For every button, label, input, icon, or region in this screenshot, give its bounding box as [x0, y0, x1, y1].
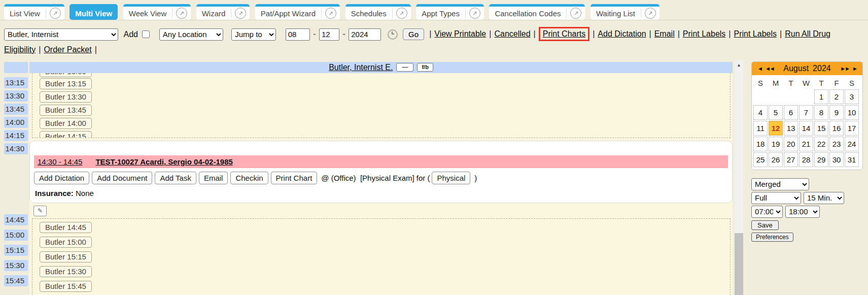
date-day-input[interactable]: [319, 28, 339, 41]
toolbar-link[interactable]: Email: [654, 29, 675, 38]
interval-select[interactable]: 15 Min.: [804, 192, 844, 204]
open-new-window-button[interactable]: ↗: [641, 8, 659, 19]
calendar-date[interactable]: 3: [845, 89, 859, 104]
jump-to-select[interactable]: Jump to: [231, 28, 276, 41]
calendar-next-icon[interactable]: ►: [852, 65, 857, 72]
view-tab[interactable]: Multi View ↗: [70, 4, 118, 20]
slot-button[interactable]: Butler 15:30: [40, 266, 92, 277]
calendar-date[interactable]: 9: [829, 105, 844, 120]
calendar-date[interactable]: 20: [784, 137, 798, 151]
calendar-date[interactable]: 25: [753, 152, 768, 167]
edit-slot-button[interactable]: ✎: [33, 206, 47, 216]
go-button[interactable]: Go: [403, 28, 424, 40]
view-mode-select[interactable]: Merged: [751, 178, 809, 190]
view-tab[interactable]: Pat/Appt Wizard ↗: [255, 4, 340, 20]
view-tab[interactable]: Appt Types ↗: [416, 4, 484, 20]
calendar-date[interactable]: 4: [753, 105, 768, 120]
scroll-up-button[interactable]: ▲: [735, 60, 743, 70]
save-button[interactable]: Save: [751, 220, 779, 230]
add-checkbox[interactable]: [142, 30, 150, 38]
preferences-button[interactable]: Preferences: [751, 233, 793, 242]
appointment-time-link[interactable]: 14:30 - 14:45: [38, 157, 82, 166]
size-select[interactable]: Full: [751, 192, 801, 204]
view-tab[interactable]: Waiting List ↗: [591, 4, 659, 20]
slot-button[interactable]: Butler 13:15: [40, 78, 92, 89]
view-tab[interactable]: Schedules ↗: [345, 4, 411, 20]
toolbar-link[interactable]: Order Packet: [44, 45, 91, 54]
calendar-date[interactable]: 27: [784, 152, 798, 167]
calendar-prev-icon[interactable]: ◄: [757, 65, 762, 72]
calendar-date[interactable]: 30: [829, 152, 844, 167]
open-new-window-button[interactable]: ↗: [567, 8, 585, 19]
toolbar-link[interactable]: Print Labels: [683, 29, 726, 38]
calendar-date[interactable]: [753, 89, 768, 104]
calendar-date[interactable]: 16: [829, 121, 844, 136]
calendar-date[interactable]: 13: [784, 121, 798, 136]
view-tab[interactable]: Week View ↗: [123, 4, 191, 20]
appointment-action-button[interactable]: Add Task: [155, 172, 196, 184]
slot-button[interactable]: Butler 14:15: [40, 131, 92, 138]
start-time-select[interactable]: 07:00: [751, 206, 783, 218]
collapse-button[interactable]: —: [396, 63, 413, 72]
end-time-select[interactable]: 18:00: [785, 206, 820, 218]
calendar-date[interactable]: 21: [799, 137, 813, 151]
toolbar-link[interactable]: View Printable: [434, 29, 486, 38]
date-year-input[interactable]: [349, 28, 381, 41]
view-tab[interactable]: Wizard ↗: [196, 4, 250, 20]
view-tab[interactable]: List View ↗: [4, 4, 64, 20]
open-new-window-button[interactable]: ↗: [172, 8, 191, 19]
open-new-window-button[interactable]: ↗: [322, 8, 340, 19]
calendar-date[interactable]: 15: [814, 121, 828, 136]
reason-button[interactable]: Physical: [432, 172, 470, 184]
toolbar-link[interactable]: Print Labels: [734, 29, 777, 38]
calendar-date[interactable]: [799, 89, 813, 104]
slot-button[interactable]: Butler 15:45: [40, 281, 92, 292]
location-select[interactable]: Any Location: [159, 28, 223, 41]
toolbar-link[interactable]: Cancelled: [494, 29, 530, 38]
appointment-action-button[interactable]: Email: [199, 172, 228, 184]
calendar-next-fast-icon[interactable]: ►►: [840, 65, 849, 72]
calendar-date[interactable]: 23: [829, 137, 844, 151]
appointment-action-button[interactable]: Checkin: [230, 172, 268, 184]
calendar-date[interactable]: [784, 89, 798, 104]
open-new-window-button[interactable]: ↗: [393, 8, 411, 19]
calendar-date[interactable]: 14: [799, 121, 813, 136]
calendar-date[interactable]: 2: [829, 89, 844, 104]
calendar-date[interactable]: 10: [845, 105, 859, 120]
vertical-scrollbar[interactable]: ▲: [735, 60, 743, 295]
calendar-date[interactable]: 11: [753, 121, 768, 136]
calendar-date[interactable]: 24: [845, 137, 859, 151]
slot-button[interactable]: Butler 14:45: [40, 222, 92, 233]
slot-button[interactable]: Butler 15:15: [40, 251, 92, 263]
slot-button[interactable]: Butler 15:00: [40, 237, 92, 248]
calendar-prev-fast-icon[interactable]: ◄◄: [765, 65, 774, 72]
calendar-date[interactable]: 5: [769, 105, 783, 120]
view-tab[interactable]: Cancellation Codes ↗: [489, 4, 585, 20]
clock-icon[interactable]: [388, 29, 398, 40]
calendar-date[interactable]: 17: [845, 121, 859, 136]
calendar-date[interactable]: 22: [814, 137, 828, 151]
patient-link[interactable]: TEST-10027 Acardi, Sergio 04-02-1985: [95, 157, 232, 166]
calendar-date[interactable]: 26: [769, 152, 783, 167]
slot-button[interactable]: Butler 13:45: [40, 105, 92, 116]
fb-button[interactable]: f/b: [417, 63, 433, 72]
calendar-date[interactable]: 28: [799, 152, 813, 167]
calendar-date[interactable]: [769, 89, 783, 104]
slot-button[interactable]: Butler 13:30: [40, 91, 92, 103]
provider-select[interactable]: Butler, Internist: [4, 28, 118, 41]
toolbar-link[interactable]: Print Charts: [539, 27, 589, 41]
calendar-date[interactable]: 12: [769, 121, 783, 136]
calendar-date[interactable]: 19: [769, 137, 783, 151]
slot-button[interactable]: Butler 13:00: [40, 73, 92, 77]
open-new-window-button[interactable]: ↗: [46, 8, 64, 19]
appointment-action-button[interactable]: Print Chart: [271, 172, 318, 184]
provider-link[interactable]: Butler, Internist E.: [329, 63, 393, 72]
calendar-date[interactable]: 31: [845, 152, 859, 167]
calendar-date[interactable]: 6: [784, 105, 798, 120]
toolbar-link[interactable]: Add Dictation: [598, 29, 646, 38]
slot-button[interactable]: Butler 14:00: [40, 118, 92, 129]
calendar-date[interactable]: 18: [753, 137, 768, 151]
appointment-action-button[interactable]: Add Document: [92, 172, 152, 184]
calendar-date[interactable]: 8: [814, 105, 828, 120]
scrollbar-thumb[interactable]: [735, 233, 743, 295]
